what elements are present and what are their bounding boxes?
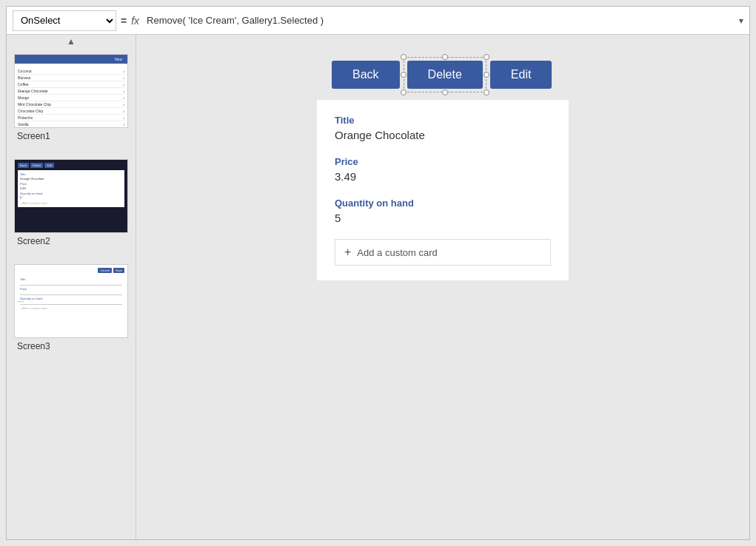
screen3-title-input — [20, 282, 122, 286]
delete-button-wrapper: Delete — [407, 61, 483, 89]
screen2-dots-icon[interactable]: ··· — [18, 192, 24, 200]
fx-label: fx — [131, 15, 139, 27]
back-button[interactable]: Back — [332, 61, 400, 89]
screen3-item[interactable]: ··· Cancel Save Title Price Quantity on … — [7, 258, 136, 363]
screen3-add-card: + Add a custom card — [20, 306, 122, 310]
formula-input[interactable] — [144, 13, 735, 27]
screen2-content: Back Delete Edit Title Orange Chocolate … — [15, 160, 127, 210]
screen2-delete-btn: Delete — [30, 163, 44, 168]
screen3-dots-icon[interactable]: ··· — [18, 297, 24, 306]
list-item: Vanilla› — [18, 121, 124, 128]
handle-ml — [401, 72, 407, 78]
screen3-price-label: Price — [20, 287, 122, 291]
screen1-item[interactable]: ··· New Coconut› Banana› Coffee› Orange … — [7, 48, 136, 153]
screen3-form: Title Price Quantity on hand + Add a cus… — [18, 275, 124, 312]
plus-icon: + — [344, 246, 351, 259]
equals-symbol: = — [121, 15, 127, 27]
screen1-label: Screen1 — [14, 131, 128, 141]
screen3-save-btn: Save — [113, 268, 124, 273]
formula-dropdown-button[interactable]: ▾ — [739, 16, 743, 26]
scroll-up-area[interactable]: ▲ — [7, 35, 136, 48]
handle-bl — [401, 90, 407, 95]
list-item: Orange Chocolate› — [18, 88, 124, 95]
screen1-dots-icon[interactable]: ··· — [18, 87, 24, 95]
qty-field: Quantity on hand 5 — [335, 198, 551, 224]
list-item: Coffee› — [18, 81, 124, 88]
screen3-price-input — [20, 291, 122, 295]
handle-tl — [401, 54, 407, 60]
screen3-title-label: Title — [20, 277, 122, 281]
list-item: Chocolate Chip› — [18, 108, 124, 115]
screen3-qty-label: Quantity on hand — [20, 297, 122, 300]
left-panel: ▲ ··· New Coconut› Banana› Coffee› Orang… — [7, 35, 136, 539]
screen3-cancel-btn: Cancel — [98, 268, 111, 273]
scroll-up-arrow[interactable]: ▲ — [67, 36, 76, 47]
screen2-item[interactable]: ··· Back Delete Edit Title Orange Chocol… — [7, 153, 136, 258]
list-item: Mango› — [18, 95, 124, 101]
screen2-title-label: Title — [20, 172, 122, 176]
screen1-new-button: New — [113, 56, 124, 62]
screen2-preview: ··· Back Delete Edit Title Orange Chocol… — [14, 159, 128, 233]
price-field: Price 3.49 — [335, 156, 551, 183]
screen3-content: Cancel Save Title Price Quantity on hand… — [15, 265, 127, 315]
handle-br — [484, 90, 489, 95]
screen2-price-label: Price — [20, 182, 122, 186]
screen3-preview: ··· Cancel Save Title Price Quantity on … — [14, 264, 128, 338]
list-item: Mint Chocolate Chip› — [18, 101, 124, 108]
screen2-canvas: Back Delete — [317, 50, 569, 280]
screen2-back-btn: Back — [18, 163, 29, 168]
qty-label: Quantity on hand — [335, 198, 551, 209]
screen3-label: Screen3 — [14, 341, 128, 351]
main-content: ▲ ··· New Coconut› Banana› Coffee› Orang… — [7, 35, 749, 539]
screen2-edit-btn: Edit — [44, 163, 54, 168]
screen2-price-value: 3.49 — [20, 186, 122, 190]
handle-tm — [442, 54, 448, 60]
screen1-preview: ··· New Coconut› Banana› Coffee› Orange … — [14, 54, 128, 128]
title-value: Orange Chocolate — [335, 129, 551, 141]
add-custom-card-label: Add a custom card — [357, 247, 437, 258]
app-container: OnSelect = fx ▾ ▲ ··· New Coconut› — [6, 6, 750, 540]
screen1-list: Coconut› Banana› Coffee› Orange Chocolat… — [15, 67, 127, 128]
add-custom-card[interactable]: + Add a custom card — [335, 239, 551, 266]
edit-button[interactable]: Edit — [490, 61, 552, 89]
title-label: Title — [335, 115, 551, 126]
qty-value: 5 — [335, 212, 551, 224]
screen2-title-value: Orange Chocolate — [20, 177, 122, 181]
form-card: Title Orange Chocolate Price 3.49 Quanti… — [317, 100, 569, 280]
canvas-buttons-row: Back Delete — [317, 50, 569, 100]
screen3-buttons: Cancel Save — [18, 268, 124, 273]
list-item: Pistachio› — [18, 115, 124, 121]
price-label: Price — [335, 156, 551, 167]
screen2-add-card: + Add a custom card — [20, 201, 122, 205]
screen1-header: New — [15, 55, 127, 64]
screen2-buttons: Back Delete Edit — [18, 163, 124, 168]
formula-event-select[interactable]: OnSelect — [13, 10, 116, 31]
handle-mr — [484, 72, 489, 78]
list-item: Coconut› — [18, 68, 124, 75]
price-value: 3.49 — [335, 170, 551, 183]
screen2-label: Screen2 — [14, 236, 128, 246]
canvas-area: Back Delete — [136, 35, 749, 539]
screen3-qty-input — [20, 301, 122, 305]
formula-bar: OnSelect = fx ▾ — [7, 7, 749, 35]
delete-button[interactable]: Delete — [407, 61, 483, 89]
title-field: Title Orange Chocolate — [335, 115, 551, 141]
handle-tr — [484, 54, 489, 60]
screen2-form: Title Orange Chocolate Price 3.49 Quanti… — [18, 170, 124, 207]
screen2-qty-value: 5 — [20, 196, 122, 200]
list-item: Banana› — [18, 75, 124, 81]
handle-bm — [442, 90, 448, 95]
screen2-qty-label: Quantity on hand — [20, 192, 122, 195]
